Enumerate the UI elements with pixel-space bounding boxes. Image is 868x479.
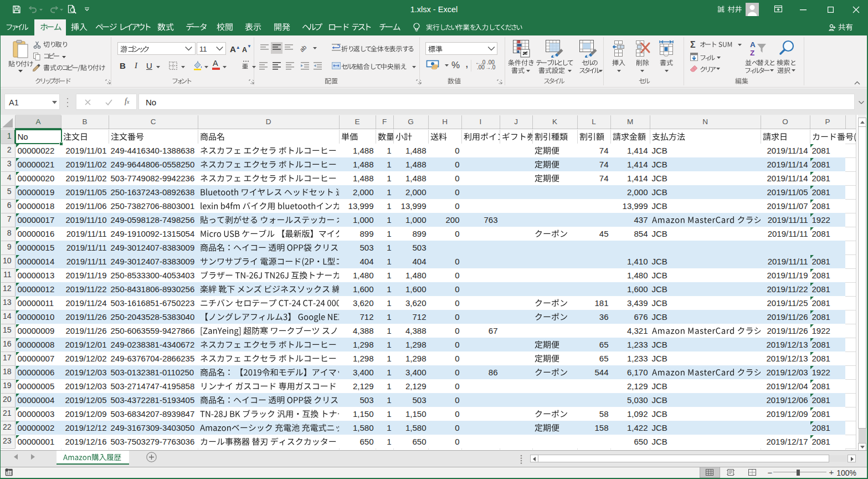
svg-text:Z: Z [750, 49, 754, 57]
svg-text:A: A [750, 40, 756, 49]
